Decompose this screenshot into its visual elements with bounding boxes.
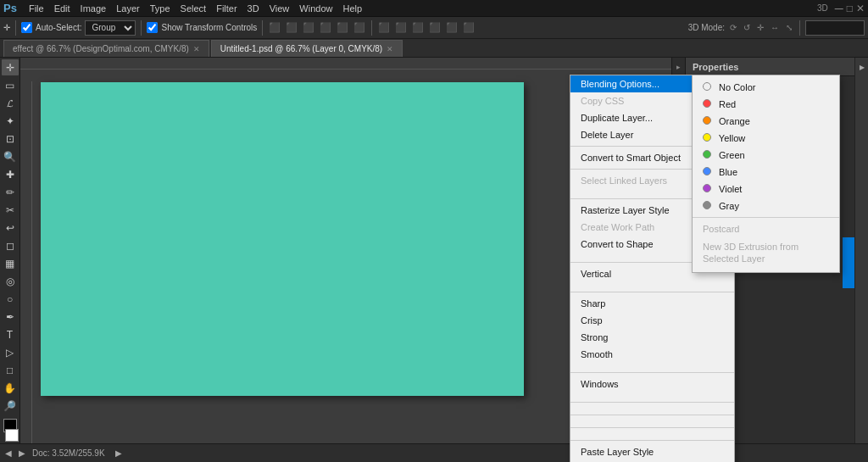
align-top-icon[interactable]: ⬛	[320, 22, 331, 33]
menu-image[interactable]: Image	[75, 3, 112, 14]
history-tool[interactable]: ↩	[2, 220, 19, 236]
3d-pan-icon[interactable]: ✛	[757, 23, 764, 32]
color-blue[interactable]: Blue	[693, 164, 839, 181]
menu-view[interactable]: View	[264, 3, 295, 14]
eraser-tool[interactable]: ◻	[2, 237, 19, 253]
3d-scale-icon[interactable]: ⤡	[786, 23, 793, 32]
menu-layer[interactable]: Layer	[111, 3, 145, 14]
3d-slide-icon[interactable]: ↔	[771, 23, 779, 32]
zoom-tool[interactable]: 🔎	[2, 398, 19, 414]
tab-effect-close[interactable]: ✕	[193, 45, 200, 53]
ctx-strong[interactable]: Smooth	[570, 346, 734, 363]
gray-swatch	[703, 201, 711, 209]
menu-file[interactable]: File	[24, 3, 49, 14]
blur-tool[interactable]: ◎	[2, 273, 19, 289]
3d-orbit-icon[interactable]: ⟳	[730, 23, 737, 32]
eyedropper-tool[interactable]: 🔍	[2, 148, 19, 164]
align-middle-v-icon[interactable]: ⬛	[337, 22, 348, 33]
ctx-vertical[interactable]	[570, 282, 734, 289]
dist-right-icon[interactable]: ⬛	[412, 22, 424, 33]
dist-middle-v-icon[interactable]: ⬛	[446, 22, 458, 33]
toolbar-separator-4	[371, 20, 372, 36]
orange-swatch	[703, 116, 711, 125]
ctx-copy-layer-style[interactable]: Paste Layer Style	[570, 443, 734, 460]
mini-icon-1[interactable]: ▸	[673, 61, 685, 73]
clone-tool[interactable]: ✂	[2, 202, 19, 218]
auto-select-dropdown[interactable]: Group Layer	[85, 20, 136, 36]
menu-filter[interactable]: Filter	[211, 3, 242, 14]
color-violet[interactable]: Violet	[693, 181, 839, 198]
path-tool[interactable]: ▷	[2, 344, 19, 360]
minimize-button[interactable]: ─	[835, 2, 843, 15]
dist-center-h-icon[interactable]: ⬛	[395, 22, 407, 33]
status-arrow-right[interactable]: ▶	[19, 448, 25, 458]
transform-checkbox[interactable]	[147, 22, 158, 33]
color-green[interactable]: Green	[693, 147, 839, 164]
3d-value-input[interactable]	[805, 20, 865, 36]
align-bottom-icon[interactable]: ⬛	[353, 22, 365, 33]
far-right-icon-1[interactable]: ▶	[856, 61, 868, 73]
toolbar-separator-5	[799, 20, 800, 36]
healing-tool[interactable]: ✚	[2, 166, 19, 182]
ctx-sharp[interactable]: Crisp	[570, 312, 734, 329]
ctx-windows-lcd[interactable]: Windows	[570, 376, 734, 392]
wand-tool[interactable]: ✦	[2, 113, 19, 129]
tab-untitled[interactable]: Untitled-1.psd @ 66.7% (Layer 0, CMYK/8)…	[211, 40, 403, 57]
marquee-tool[interactable]: ▭	[2, 77, 19, 93]
dist-left-icon[interactable]: ⬛	[378, 22, 390, 33]
transform-label: Show Transform Controls	[161, 23, 257, 32]
ctx-none[interactable]: Sharp	[570, 295, 734, 312]
ctx-windows[interactable]	[570, 392, 734, 399]
ctx-smooth[interactable]	[570, 363, 734, 370]
color-no-color[interactable]: No Color	[693, 79, 839, 96]
crop-tool[interactable]: ⊡	[2, 131, 19, 147]
ctx-convert-paragraph[interactable]	[570, 405, 734, 412]
status-nav-icon[interactable]: ▶	[115, 448, 122, 458]
pen-tool[interactable]: ✒	[2, 309, 19, 325]
red-swatch	[703, 99, 711, 108]
tab-effect[interactable]: effect @ 66.7% (DesignOptimal.com, CMYK/…	[3, 40, 209, 57]
move-tool[interactable]: ✛	[2, 59, 19, 75]
align-right-icon[interactable]: ⬛	[303, 22, 314, 33]
type-tool[interactable]: T	[2, 326, 19, 342]
align-left-icon[interactable]: ⬛	[269, 22, 281, 33]
tab-untitled-close[interactable]: ✕	[387, 45, 393, 53]
background-color[interactable]	[5, 429, 19, 442]
ctx-crisp[interactable]: Strong	[570, 329, 734, 346]
3d-roll-icon[interactable]: ↺	[743, 23, 750, 32]
ruler-horizontal	[20, 58, 671, 70]
menu-3d[interactable]: 3D	[242, 3, 264, 14]
color-red[interactable]: Red	[693, 96, 839, 113]
dist-bottom-icon[interactable]: ⬛	[463, 22, 475, 33]
ctx-sep-8	[570, 415, 734, 415]
color-yellow[interactable]: Yellow	[693, 130, 839, 147]
align-center-h-icon[interactable]: ⬛	[286, 22, 298, 33]
ruler-vertical	[20, 81, 32, 443]
color-orange[interactable]: Orange	[693, 113, 839, 130]
menu-window[interactable]: Window	[294, 3, 337, 14]
menu-help[interactable]: Help	[337, 3, 367, 14]
menu-edit[interactable]: Edit	[49, 3, 75, 14]
ctx-warp-text[interactable]	[570, 418, 734, 425]
menu-bar: Ps File Edit Image Layer Type Select Fil…	[0, 0, 868, 17]
status-arrow-left[interactable]: ◀	[5, 448, 12, 458]
menu-type[interactable]: Type	[145, 3, 175, 14]
gray-label: Gray	[719, 201, 739, 211]
ctx-sep-10	[570, 440, 734, 441]
color-gray[interactable]: Gray	[693, 198, 839, 214]
toolbar-separator-2	[141, 20, 142, 36]
postcard-label: Postcard	[703, 224, 739, 234]
hand-tool[interactable]: ✋	[2, 380, 19, 396]
restore-button[interactable]: □	[847, 3, 853, 14]
brush-tool[interactable]: ✏	[2, 184, 19, 200]
auto-select-checkbox[interactable]	[21, 22, 32, 33]
close-button[interactable]: ✕	[856, 3, 865, 14]
menu-select[interactable]: Select	[175, 3, 212, 14]
postcard-item: Postcard	[693, 220, 839, 237]
dist-top-icon[interactable]: ⬛	[429, 22, 441, 33]
gradient-tool[interactable]: ▦	[2, 255, 19, 271]
color-side-panel: No Color Red Orange Yellow Green Blue Vi…	[692, 75, 840, 273]
dodge-tool[interactable]: ○	[2, 291, 19, 307]
shape-tool[interactable]: □	[2, 362, 19, 378]
lasso-tool[interactable]: 𝓛	[2, 95, 19, 111]
